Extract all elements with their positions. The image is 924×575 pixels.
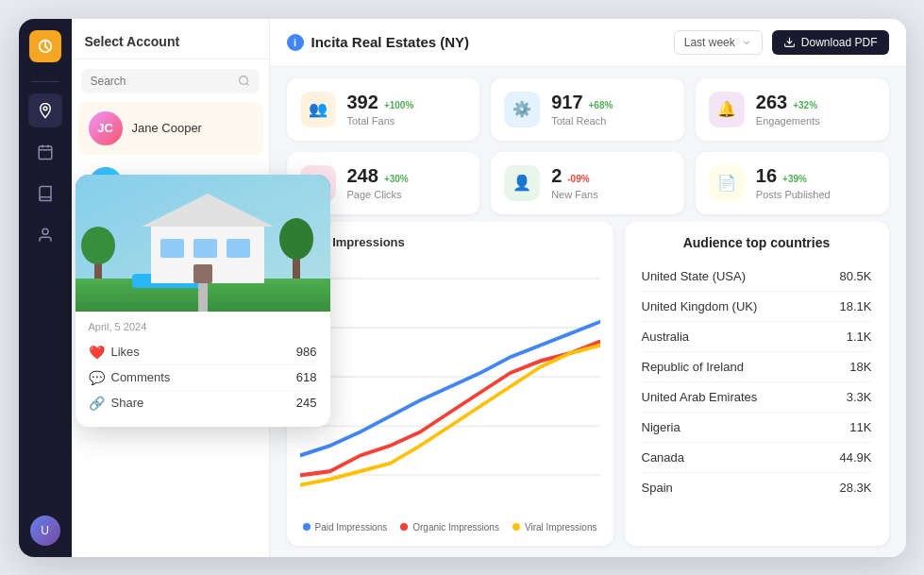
stat-card-new-fans: 👤 2 -09% New Fans: [491, 152, 684, 214]
search-input[interactable]: [91, 75, 232, 88]
post-date: April, 5 2024: [76, 312, 330, 338]
country-value-usa: 80.5K: [840, 269, 872, 283]
country-name-ire: Republic of Ireland: [642, 360, 744, 374]
audience-card: Audience top countries United State (USA…: [625, 222, 889, 546]
country-value-ca: 44.9K: [840, 450, 872, 465]
stat-info-reach: 917 +68% Total Reach: [551, 92, 671, 127]
country-row-ire: Republic of Ireland 18K: [642, 352, 872, 382]
country-value-ire: 18K: [849, 360, 871, 374]
new-fans-label: New Fans: [551, 189, 671, 200]
post-stat-likes: ❤️ Likes 986: [89, 340, 317, 365]
country-name-es: Spain: [642, 481, 673, 495]
sidebar-item-calendar[interactable]: [28, 135, 62, 169]
engagements-label: Engagements: [756, 115, 876, 127]
stat-value-new-fans: 2 -09%: [551, 165, 671, 187]
post-stat-likes-left: ❤️ Likes: [89, 345, 140, 360]
post-stat-share-left: 🔗 Share: [89, 396, 144, 411]
comment-icon: 💬: [89, 370, 105, 385]
stat-value-reach: 917 +68%: [551, 92, 671, 113]
country-row-au: Australia 1.1K: [642, 322, 872, 352]
reach-label: Total Reach: [551, 115, 671, 127]
sidebar-item-profile[interactable]: [28, 218, 62, 252]
stat-info-posts: 16 +39% Posts Published: [756, 165, 876, 200]
chart-area: [300, 259, 600, 515]
heart-icon: ❤️: [89, 345, 105, 360]
country-row-es: Spain 28.3K: [642, 473, 872, 502]
fans-number: 392: [347, 92, 378, 113]
download-icon: [783, 36, 796, 48]
clicks-change: +30%: [384, 174, 409, 184]
svg-rect-24: [227, 239, 250, 258]
engagements-change: +32%: [793, 100, 817, 110]
country-value-au: 1.1K: [847, 330, 872, 344]
post-stats: ❤️ Likes 986 💬 Comments 618 🔗 Share 245: [76, 338, 330, 427]
new-fans-number: 2: [551, 165, 562, 187]
stat-card-fans: 👥 392 +100% Total Fans: [287, 78, 480, 141]
legend-paid: Paid Impressions: [303, 522, 388, 533]
stat-icon-posts: 📄: [709, 165, 745, 201]
audience-title: Audience top countries: [642, 235, 872, 250]
svg-rect-23: [193, 239, 217, 258]
svg-rect-4: [39, 146, 52, 160]
legend-viral: Viral Impressions: [512, 522, 597, 533]
chart-card: Page Impressions: [287, 222, 613, 546]
legend-label-paid: Paid Impressions: [315, 522, 388, 533]
clicks-number: 248: [347, 165, 378, 187]
app-container: U Select Account JC Jane Cooper WW Wade …: [19, 19, 906, 557]
sidebar-logo[interactable]: [29, 30, 61, 62]
stat-info-new-fans: 2 -09% New Fans: [551, 165, 671, 200]
stat-card-engagements: 🔔 263 +32% Engagements: [696, 78, 889, 141]
stat-icon-reach: ⚙️: [504, 92, 540, 127]
search-box[interactable]: [81, 69, 260, 93]
user-avatar[interactable]: U: [30, 516, 60, 546]
post-stat-comments-left: 💬 Comments: [89, 370, 171, 385]
stat-info-engagements: 263 +32% Engagements: [756, 92, 876, 127]
new-fans-change: -09%: [567, 174, 589, 184]
chevron-down-icon: [741, 37, 752, 48]
svg-line-10: [246, 83, 248, 85]
comments-label: Comments: [111, 370, 171, 384]
svg-point-27: [81, 227, 115, 264]
clicks-label: Page Clicks: [347, 189, 467, 200]
country-name-au: Australia: [642, 330, 690, 344]
reach-change: +68%: [589, 100, 613, 110]
country-name-uae: United Arab Emirates: [642, 390, 758, 404]
svg-point-9: [239, 76, 247, 85]
sidebar-divider: [31, 81, 59, 82]
svg-rect-30: [198, 283, 208, 312]
main-content: i Incita Real Estates (NY) Last week: [270, 19, 906, 557]
stat-value-engagements: 263 +32%: [756, 92, 876, 113]
stat-value-fans: 392 +100%: [347, 92, 467, 113]
country-row-ng: Nigeria 11K: [642, 413, 872, 443]
share-icon: 🔗: [89, 396, 105, 411]
country-name-uk: United Kingdom (UK): [642, 299, 758, 313]
country-name-usa: United State (USA): [642, 269, 747, 283]
posts-change: +39%: [782, 174, 807, 184]
sidebar-item-library[interactable]: [28, 177, 62, 211]
stat-info-fans: 392 +100% Total Fans: [347, 92, 467, 127]
date-filter[interactable]: Last week: [674, 30, 763, 55]
stat-icon-fans: 👥: [300, 92, 336, 127]
impressions-chart: [300, 259, 600, 515]
sidebar-item-location[interactable]: [28, 93, 62, 127]
account-item-jc[interactable]: JC Jane Cooper: [77, 102, 263, 155]
search-icon: [238, 75, 250, 87]
download-pdf-button[interactable]: Download PDF: [772, 30, 889, 55]
country-value-ng: 11K: [849, 420, 871, 434]
legend-dot-paid: [303, 523, 311, 531]
comments-value: 618: [296, 370, 317, 384]
post-stat-share: 🔗 Share 245: [89, 391, 317, 415]
legend-organic: Organic Impressions: [400, 522, 499, 533]
svg-point-29: [279, 218, 313, 260]
legend-label-viral: Viral Impressions: [525, 522, 597, 533]
likes-value: 986: [296, 345, 317, 359]
info-icon: i: [287, 34, 304, 51]
svg-rect-22: [160, 239, 184, 258]
svg-point-3: [43, 106, 47, 110]
date-filter-label: Last week: [684, 36, 735, 49]
main-header: i Incita Real Estates (NY) Last week: [270, 19, 906, 67]
chart-legend: Paid Impressions Organic Impressions Vir…: [300, 522, 600, 533]
sidebar: U: [19, 19, 72, 557]
posts-number: 16: [756, 165, 777, 187]
share-value: 245: [296, 396, 317, 410]
